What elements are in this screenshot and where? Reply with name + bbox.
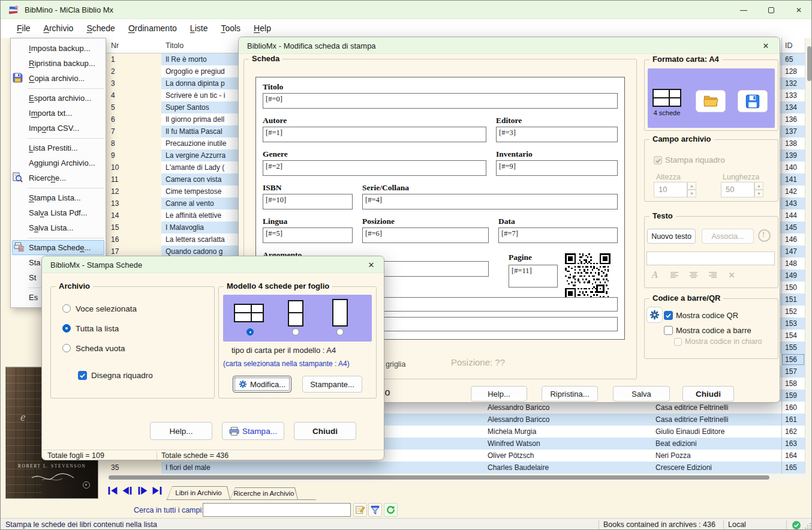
- nav-last-button[interactable]: [152, 486, 164, 496]
- menu-item-aggiungi-archivio[interactable]: Aggiungi Archivio...: [11, 155, 106, 170]
- column-header-nr[interactable]: Nr: [106, 38, 161, 53]
- tab-ricerche-in-archivio[interactable]: Ricerche in Archivio: [230, 487, 298, 500]
- menubar-item-liste[interactable]: Liste: [184, 19, 215, 38]
- refresh-icon[interactable]: [384, 503, 398, 517]
- menubar-item-schede[interactable]: Schede: [80, 19, 122, 38]
- lunghezza-value[interactable]: 50: [721, 182, 754, 197]
- spin-down-icon[interactable]: ▼: [687, 190, 696, 197]
- stampante-button[interactable]: Stampante...: [302, 376, 362, 393]
- column-header-id[interactable]: ID: [781, 38, 805, 53]
- menu-item-ricerche[interactable]: Ricerche...: [11, 170, 106, 185]
- spin-up-icon[interactable]: ▲: [687, 182, 696, 190]
- menubar-item-archivio[interactable]: Archivio: [37, 19, 80, 38]
- disegna-riquadro-checkbox[interactable]: [78, 371, 87, 380]
- chiudi-button[interactable]: Chiudi: [294, 422, 356, 440]
- menu-item-esporta-archivio[interactable]: Esporta archivio...: [11, 91, 106, 106]
- field-editore[interactable]: [#=3]: [496, 127, 618, 142]
- voce-selezionata-radio[interactable]: [62, 304, 71, 313]
- menubar-item-ordinamento[interactable]: Ordinamento: [122, 19, 184, 38]
- menu-item-copia-archivio[interactable]: Copia archivio...: [11, 71, 106, 86]
- close-icon[interactable]: ✕: [366, 260, 377, 270]
- close-icon[interactable]: ✕: [760, 41, 771, 51]
- layout-4-radio[interactable]: [246, 328, 254, 336]
- align-right-icon[interactable]: [706, 270, 718, 280]
- field-serie[interactable]: [#=4]: [362, 194, 618, 209]
- maximize-button[interactable]: [757, 1, 785, 19]
- stampa-label: Stampa...: [242, 427, 277, 436]
- field-isbn[interactable]: [#=10]: [263, 194, 353, 209]
- mostra-barre-checkbox[interactable]: [664, 326, 673, 335]
- menubar-item-tools[interactable]: Tools: [214, 19, 247, 38]
- filter-icon[interactable]: [368, 503, 382, 517]
- nav-first-button[interactable]: [107, 486, 119, 496]
- edit-note-icon[interactable]: [353, 503, 367, 517]
- rotate-warning-icon[interactable]: [758, 229, 771, 242]
- menu-item-importa-csv[interactable]: Importa CSV...: [11, 121, 106, 136]
- nav-prev-button[interactable]: [122, 486, 134, 496]
- nuovo-testo-button[interactable]: Nuovo testo: [647, 229, 696, 244]
- ripristina-button[interactable]: Ripristina...: [542, 386, 598, 402]
- nav-next-button[interactable]: [137, 486, 149, 496]
- scheda-vuota-radio[interactable]: [62, 344, 71, 352]
- testo-input[interactable]: [646, 251, 775, 265]
- altezza-value[interactable]: 10: [654, 182, 687, 197]
- cell-id: 152: [781, 306, 805, 318]
- field-genere[interactable]: [#=2]: [263, 160, 486, 176]
- vertical-scrollbar-thumb[interactable]: [807, 46, 811, 81]
- tutta-la-lista-radio[interactable]: [62, 324, 71, 333]
- vertical-scrollbar[interactable]: [805, 38, 812, 474]
- field-inventario[interactable]: [#=9]: [496, 160, 618, 176]
- menu-item-importa-txt[interactable]: Importa txt...: [11, 106, 106, 121]
- menu-item-stampa-lista[interactable]: Stampa Lista...: [11, 190, 106, 205]
- menu-item-lista-prestiti[interactable]: Lista Prestiti...: [11, 140, 106, 155]
- field-posizione[interactable]: [#=6]: [362, 227, 489, 243]
- menu-item-stampa-schede[interactable]: Stampa Schede...: [12, 240, 104, 255]
- layout-2-radio[interactable]: [292, 328, 299, 336]
- spin-up-icon[interactable]: ▲: [754, 182, 763, 190]
- mostra-qr-checkbox[interactable]: [664, 311, 673, 320]
- help-button[interactable]: Help...: [150, 422, 212, 440]
- mostra-chiaro-checkbox[interactable]: [674, 338, 682, 346]
- chiudi-button[interactable]: Chiudi: [682, 386, 734, 402]
- tab-libri-in-archivio[interactable]: Libri in Archivio: [167, 486, 230, 500]
- field-titolo[interactable]: [#=0]: [263, 93, 618, 109]
- associa-button[interactable]: Associa...: [702, 229, 754, 244]
- open-folder-button[interactable]: [696, 90, 726, 112]
- modifica-button[interactable]: Modifica...: [233, 376, 291, 393]
- menubar-item-help[interactable]: Help: [247, 19, 278, 38]
- close-button[interactable]: ✕: [785, 1, 812, 19]
- menubar-item-file[interactable]: File: [10, 19, 37, 38]
- qr-settings-button[interactable]: [646, 307, 663, 323]
- cell-id: 154: [781, 330, 805, 342]
- resize-grip[interactable]: [804, 522, 811, 529]
- menu-item-imposta-backup[interactable]: Imposta backup...: [11, 41, 106, 56]
- field-data[interactable]: [#=7]: [498, 227, 618, 243]
- font-icon[interactable]: A: [649, 270, 661, 280]
- menu-item-ripristina-backup[interactable]: Ripristina backup...: [11, 56, 106, 71]
- save-format-button[interactable]: [738, 90, 768, 112]
- menu-item-salva-lista-pdf[interactable]: Salva Lista Pdf...: [11, 205, 106, 220]
- horizontal-scrollbar-thumb[interactable]: [109, 475, 769, 480]
- cell-nr: 11: [106, 173, 161, 185]
- field-autore[interactable]: [#=1]: [263, 127, 486, 142]
- help-button[interactable]: Help...: [471, 386, 527, 402]
- layout-1-radio[interactable]: [336, 328, 344, 336]
- stampa-riquadro-checkbox[interactable]: [654, 156, 662, 164]
- lunghezza-stepper[interactable]: 50 ▲▼: [721, 182, 763, 197]
- delete-text-icon[interactable]: ✕: [726, 270, 738, 280]
- search-input[interactable]: [203, 503, 351, 517]
- altezza-stepper[interactable]: 10 ▲▼: [654, 182, 696, 197]
- align-center-icon[interactable]: [687, 270, 699, 280]
- menu-item-salva-lista[interactable]: Salva Lista...: [11, 220, 106, 235]
- salva-button[interactable]: Salva: [613, 386, 670, 402]
- field-lingua[interactable]: [#=5]: [263, 227, 353, 243]
- field-pagine[interactable]: [#=11]: [509, 265, 558, 288]
- spin-down-icon[interactable]: ▼: [754, 190, 763, 197]
- table-row[interactable]: 35I fiori del maleCharles BaudelaireCres…: [106, 462, 805, 474]
- cell-nr: 13: [106, 197, 161, 209]
- horizontal-scrollbar[interactable]: [106, 474, 805, 482]
- mostra-qr-label: Mostra codice QR: [676, 311, 738, 320]
- stampa-button[interactable]: Stampa...: [222, 422, 284, 440]
- minimize-button[interactable]: —: [730, 1, 757, 19]
- align-left-icon[interactable]: [668, 270, 680, 280]
